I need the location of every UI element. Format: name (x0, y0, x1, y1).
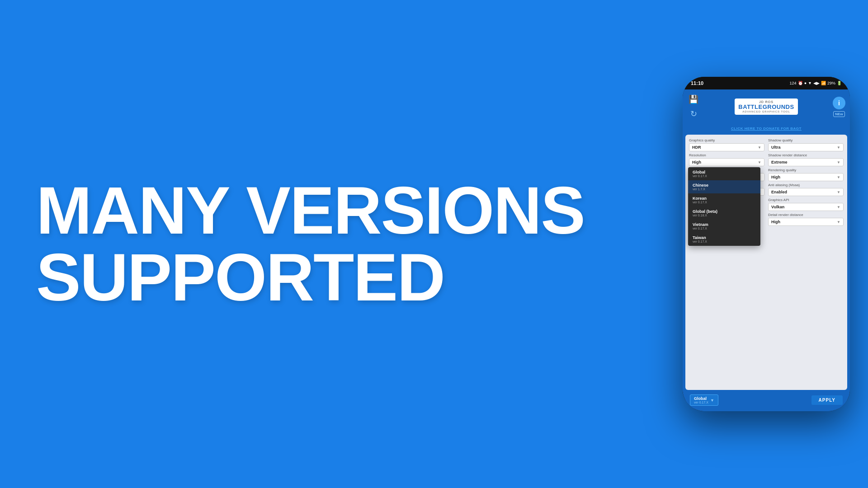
version-item-chinese[interactable]: Chinese ver 1.7.X (688, 180, 760, 193)
bottom-bar: Global ver 0.17.X ▼ APPLY (685, 392, 847, 408)
version-item-taiwan[interactable]: Taiwan ver 0.17.X (688, 233, 760, 246)
version-selector-ver: ver 0.17.X (694, 401, 708, 404)
graphics-quality-dropdown[interactable]: HDR ▼ (689, 143, 764, 151)
setting-shadow-quality: Shadow quality Ultra ▼ (768, 138, 844, 151)
detail-render-arrow: ▼ (837, 220, 840, 224)
left-section: MANY VERSIONS SUPPORTED (0, 150, 678, 338)
setting-detail-render: Detail render distance High ▼ (768, 213, 844, 226)
setting-shadow-render-distance: Shadow render distance Extreme ▼ (768, 153, 844, 166)
shadow-render-dropdown[interactable]: Extreme ▼ (768, 158, 844, 166)
rendering-quality-label: Rendering quality (768, 168, 844, 172)
resolution-label: Resolution (689, 153, 764, 157)
phone: 11:10 124 ⏰ ● ▼ ◀▶ 📶 29% 🔋 💾 ↻ (683, 77, 850, 411)
shadow-render-value: Extreme (771, 160, 788, 164)
version-selector-arrow: ▼ (710, 398, 714, 403)
rendering-quality-arrow: ▼ (837, 175, 840, 179)
graphics-quality-value: HDR (692, 145, 701, 150)
graphics-quality-label: Graphics quality (689, 138, 764, 142)
logo-subtitle: JD ROS (738, 100, 794, 103)
graphics-api-dropdown[interactable]: Vulkan ▼ (768, 203, 844, 211)
app-header: 💾 ↻ JD ROS BATTLEGROUNDS ADVANCED GRAPHI… (683, 89, 850, 122)
resolution-arrow: ▼ (758, 160, 761, 164)
anti-aliasing-dropdown[interactable]: Enabled ▼ (768, 188, 844, 196)
anti-aliasing-label: Anti aliasing (Msaa) (768, 183, 844, 187)
info-icon[interactable]: i (833, 97, 845, 109)
version-item-vietnam[interactable]: Vietnam ver 0.17.X (688, 220, 760, 233)
graphics-quality-arrow: ▼ (758, 145, 761, 150)
header-icons-left: 💾 ↻ (687, 93, 700, 120)
app-screen: 💾 ↻ JD ROS BATTLEGROUNDS ADVANCED GRAPHI… (683, 89, 850, 411)
right-section: 11:10 124 ⏰ ● ▼ ◀▶ 📶 29% 🔋 💾 ↻ (678, 77, 868, 411)
title-line2: SUPPORTED (36, 244, 642, 311)
anti-aliasing-value: Enabled (771, 190, 787, 194)
setting-graphics-quality: Graphics quality HDR ▼ (689, 138, 764, 151)
version-selector-name: Global (694, 396, 708, 401)
donate-bar[interactable]: CLICK HERE TO DONATE FOR BAGT (683, 122, 850, 133)
version-item-global-beta[interactable]: Global (beta) ver 0.18.X (688, 206, 760, 220)
shadow-quality-dropdown[interactable]: Ultra ▼ (768, 143, 844, 151)
logo-title: BATTLEGROUNDS (738, 103, 794, 110)
graphics-api-arrow: ▼ (837, 205, 840, 209)
rendering-quality-dropdown[interactable]: High ▼ (768, 173, 844, 181)
main-title: MANY VERSIONS SUPPORTED (36, 177, 642, 311)
shadow-quality-value: Ultra (771, 145, 781, 150)
status-bar: 11:10 124 ⏰ ● ▼ ◀▶ 📶 29% 🔋 (683, 77, 850, 89)
detail-render-dropdown[interactable]: High ▼ (768, 218, 844, 226)
graphics-api-value: Vulkan (771, 205, 784, 209)
save-icon[interactable]: 💾 (687, 93, 700, 106)
shadow-quality-label: Shadow quality (768, 138, 844, 142)
shadow-quality-arrow: ▼ (837, 145, 840, 150)
version-item-global[interactable]: Global ver 0.17.X (688, 167, 760, 180)
version-selector[interactable]: Global ver 0.17.X ▼ (690, 394, 718, 406)
settings-panel: Graphics quality HDR ▼ Shadow quality Ul… (685, 135, 847, 390)
logo-area: JD ROS BATTLEGROUNDS ADVANCED GRAPHICS T… (735, 99, 797, 115)
apply-button[interactable]: APPLY (811, 395, 843, 405)
detail-render-label: Detail render distance (768, 213, 844, 217)
shadow-render-arrow: ▼ (837, 160, 840, 164)
version-dropdown-overlay: Global ver 0.17.X Chinese ver 1.7.X Kore… (688, 167, 760, 246)
refresh-icon[interactable]: ↻ (687, 108, 700, 120)
rendering-quality-value: High (771, 175, 780, 179)
graphics-api-label: Graphics API (768, 198, 844, 202)
status-time: 11:10 (691, 80, 703, 86)
anti-aliasing-arrow: ▼ (837, 190, 840, 194)
setting-resolution: Resolution High ▼ (689, 153, 764, 166)
setting-graphics-api: Graphics API Vulkan ▼ (768, 198, 844, 211)
version-item-korean[interactable]: Korean ver 0.17.X (688, 193, 760, 206)
setting-anti-aliasing: Anti aliasing (Msaa) Enabled ▼ (768, 183, 844, 196)
title-line1: MANY VERSIONS (36, 177, 642, 244)
logo-tagline: ADVANCED GRAPHICS TOOL (738, 110, 794, 113)
shadow-render-label: Shadow render distance (768, 153, 844, 157)
donate-text: CLICK HERE TO DONATE FOR BAGT (731, 127, 802, 131)
resolution-value: High (692, 160, 701, 164)
setting-rendering-quality: Rendering quality High ▼ (768, 168, 844, 181)
detail-render-value: High (771, 220, 780, 224)
new-badge: NEw (833, 111, 844, 117)
status-icons: 124 ⏰ ● ▼ ◀▶ 📶 29% 🔋 (790, 81, 842, 85)
resolution-dropdown[interactable]: High ▼ (689, 158, 764, 166)
